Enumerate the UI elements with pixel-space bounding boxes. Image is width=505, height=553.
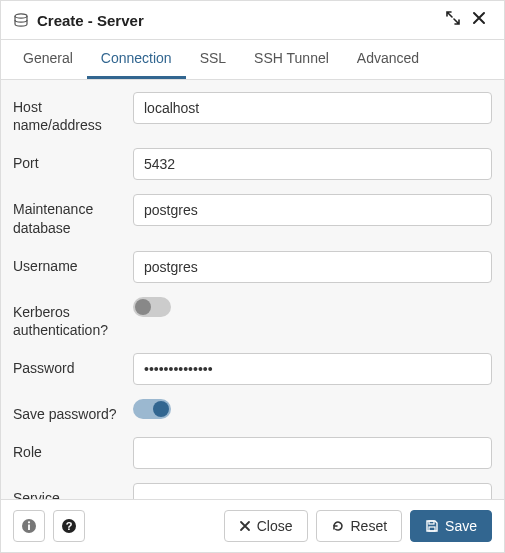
svg-point-0 [15, 14, 27, 18]
reset-button-label: Reset [351, 518, 388, 534]
label-kerberos: Kerberos authentication? [13, 297, 133, 339]
footer: ? Close Reset Save [1, 499, 504, 552]
titlebar: Create - Server [1, 1, 504, 40]
label-host: Host name/address [13, 92, 133, 134]
dialog-create-server: Create - Server General Connection SSL S… [0, 0, 505, 553]
expand-icon[interactable] [440, 9, 466, 31]
service-input[interactable] [133, 483, 492, 499]
close-x-icon [239, 520, 251, 532]
tab-advanced[interactable]: Advanced [343, 40, 433, 79]
content-panel: Host name/address Port Maintenance datab… [1, 80, 504, 499]
role-input[interactable] [133, 437, 492, 469]
dialog-title: Create - Server [37, 12, 440, 29]
server-icon [13, 12, 29, 28]
close-button[interactable]: Close [224, 510, 308, 542]
help-button[interactable]: ? [53, 510, 85, 542]
label-maintdb: Maintenance database [13, 194, 133, 236]
svg-rect-7 [429, 527, 435, 531]
tab-general[interactable]: General [9, 40, 87, 79]
password-input[interactable] [133, 353, 492, 385]
save-icon [425, 519, 439, 533]
port-input[interactable] [133, 148, 492, 180]
tab-connection[interactable]: Connection [87, 40, 186, 79]
save-button-label: Save [445, 518, 477, 534]
save-button[interactable]: Save [410, 510, 492, 542]
label-port: Port [13, 148, 133, 172]
label-service: Service [13, 483, 133, 499]
label-savepw: Save password? [13, 399, 133, 423]
tab-ssh-tunnel[interactable]: SSH Tunnel [240, 40, 343, 79]
svg-rect-6 [429, 521, 434, 524]
kerberos-toggle[interactable] [133, 297, 171, 317]
label-username: Username [13, 251, 133, 275]
close-icon[interactable] [466, 9, 492, 31]
tabs: General Connection SSL SSH Tunnel Advanc… [1, 40, 504, 80]
close-button-label: Close [257, 518, 293, 534]
host-input[interactable] [133, 92, 492, 124]
info-button[interactable] [13, 510, 45, 542]
username-input[interactable] [133, 251, 492, 283]
reset-button[interactable]: Reset [316, 510, 403, 542]
maintdb-input[interactable] [133, 194, 492, 226]
label-role: Role [13, 437, 133, 461]
save-password-toggle[interactable] [133, 399, 171, 419]
reset-icon [331, 519, 345, 533]
label-password: Password [13, 353, 133, 377]
svg-point-3 [28, 521, 30, 523]
svg-rect-2 [28, 525, 30, 531]
svg-text:?: ? [66, 520, 73, 532]
tab-ssl[interactable]: SSL [186, 40, 240, 79]
